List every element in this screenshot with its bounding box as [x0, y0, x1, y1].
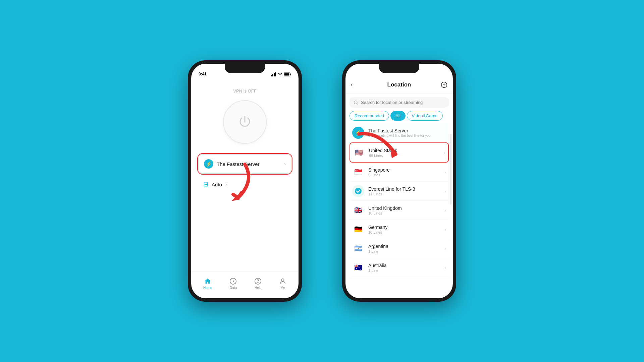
wifi-icon [278, 72, 282, 76]
flag-sg: 🇸🇬 [352, 166, 364, 178]
fastest-subtitle: Smart routing will find the best line fo… [368, 134, 446, 137]
fastest-list-icon: ⚡ [352, 127, 364, 139]
status-icons [271, 72, 291, 76]
location-content: Recommended All Video&Game ⚡ [345, 94, 453, 277]
tabs: Recommended All Video&Game [350, 111, 449, 121]
svg-point-9 [258, 282, 258, 283]
sg-chevron-icon: › [445, 170, 446, 175]
everest-icon [355, 187, 362, 195]
tab-videogame-label: Video&Game [412, 113, 438, 118]
location-item-au[interactable]: 🇦🇺 Australia 1 Line › [350, 258, 449, 277]
nav-data-label: Data [230, 286, 237, 290]
tab-all[interactable]: All [390, 111, 405, 121]
nav-data[interactable]: Data [229, 278, 237, 290]
tab-videogame[interactable]: Video&Game [407, 111, 443, 121]
ar-chevron-icon: › [445, 246, 446, 251]
battery-icon [284, 72, 291, 76]
uk-name: United Kingdom [368, 205, 445, 211]
tab-recommended[interactable]: Recommended [350, 111, 389, 121]
auto-label: Auto [212, 182, 222, 187]
home-icon [204, 278, 211, 285]
sg-name: Singapore [368, 167, 445, 173]
search-icon [354, 100, 358, 105]
phone1-screen: 9:41 [191, 64, 299, 298]
location-item-uk[interactable]: 🇬🇧 United Kingdom 10 Lines › [350, 201, 449, 220]
everest-info: Everest Line for TLS-3 11 Lines [368, 186, 445, 196]
back-button[interactable]: ‹ [351, 81, 361, 88]
svg-point-10 [281, 279, 284, 281]
nav-home[interactable]: Home [203, 278, 212, 290]
uk-lines: 10 Lines [368, 211, 445, 215]
notch [225, 64, 265, 73]
svg-rect-5 [290, 74, 291, 75]
au-name: Australia [368, 263, 445, 268]
sg-lines: 5 Lines [368, 173, 445, 177]
fastest-server-button[interactable]: ⚡ The Fastest Server › [198, 154, 292, 174]
location-item-ar[interactable]: 🇦🇷 Argentina 1 Line › [350, 239, 449, 258]
me-icon [279, 278, 286, 285]
help-icon [254, 278, 262, 285]
tab-recommended-label: Recommended [355, 113, 384, 118]
location-item-de[interactable]: 🇩🇪 Germany 10 Lines › [350, 220, 449, 239]
auto-chevron-icon: › [225, 182, 227, 187]
nav-me[interactable]: Me [279, 278, 286, 290]
location-item-sg[interactable]: 🇸🇬 Singapore 5 Lines › [350, 163, 449, 182]
phone1: 9:41 [188, 60, 302, 302]
data-icon [229, 278, 237, 285]
sg-info: Singapore 5 Lines [368, 167, 445, 177]
auto-icon: ⊟ [203, 181, 208, 188]
au-lines: 1 Line [368, 268, 445, 273]
everest-chevron-icon: › [445, 189, 446, 194]
fastest-server-list-item[interactable]: ⚡ The Fastest Server Smart routing will … [350, 123, 449, 142]
us-info: United States 68 Lines [369, 148, 444, 158]
filter-button[interactable] [437, 81, 447, 88]
power-circle[interactable] [223, 100, 267, 144]
fastest-info: The Fastest Server Smart routing will fi… [368, 128, 446, 137]
notch2 [379, 64, 419, 73]
us-name: United States [369, 148, 444, 153]
auto-button[interactable]: ⊟ Auto › [198, 178, 292, 191]
signal-icon [271, 72, 276, 76]
phone2-screen: ‹ Location [345, 64, 453, 298]
ar-info: Argentina 1 Line [368, 244, 445, 253]
de-lines: 10 Lines [368, 230, 445, 234]
nav-help[interactable]: Help [254, 278, 262, 290]
filter-icon [441, 81, 447, 88]
svg-point-13 [355, 188, 362, 194]
flag-de: 🇩🇪 [352, 223, 364, 235]
location-title: Location [387, 81, 411, 88]
search-bar[interactable] [350, 97, 449, 108]
scroll-indicator [450, 134, 451, 204]
de-chevron-icon: › [445, 227, 446, 232]
vpn-status: VPN is OFF [233, 88, 256, 94]
svg-rect-6 [284, 73, 289, 76]
location-list: ⚡ The Fastest Server Smart routing will … [350, 123, 449, 277]
location-item-us[interactable]: 🇺🇸 United States 68 Lines › [350, 142, 449, 163]
time: 9:41 [199, 72, 207, 76]
location-item-everest[interactable]: Everest Line for TLS-3 11 Lines › [350, 182, 449, 201]
location-header: ‹ Location [345, 76, 453, 94]
fastest-name: The Fastest Server [368, 128, 446, 133]
everest-name: Everest Line for TLS-3 [368, 186, 445, 192]
de-info: Germany 10 Lines [368, 225, 445, 234]
us-chevron-icon: › [444, 150, 445, 155]
svg-rect-0 [271, 75, 272, 76]
flag-au: 🇦🇺 [352, 261, 364, 274]
de-name: Germany [368, 225, 445, 230]
flag-ar: 🇦🇷 [352, 242, 364, 254]
nav-me-label: Me [280, 286, 285, 290]
search-input[interactable] [361, 100, 445, 105]
phone2: ‹ Location [342, 60, 456, 302]
power-icon [236, 114, 253, 130]
nav-help-label: Help [255, 286, 262, 290]
ar-lines: 1 Line [368, 249, 445, 253]
au-info: Australia 1 Line [368, 263, 445, 273]
tab-all-label: All [395, 113, 400, 118]
fastest-server-label: The Fastest Server [217, 161, 281, 167]
svg-rect-2 [274, 73, 275, 76]
au-chevron-icon: › [445, 265, 446, 270]
everest-lines: 11 Lines [368, 192, 445, 196]
nav-home-label: Home [203, 286, 212, 290]
flag-us: 🇺🇸 [353, 146, 365, 159]
ar-name: Argentina [368, 244, 445, 249]
